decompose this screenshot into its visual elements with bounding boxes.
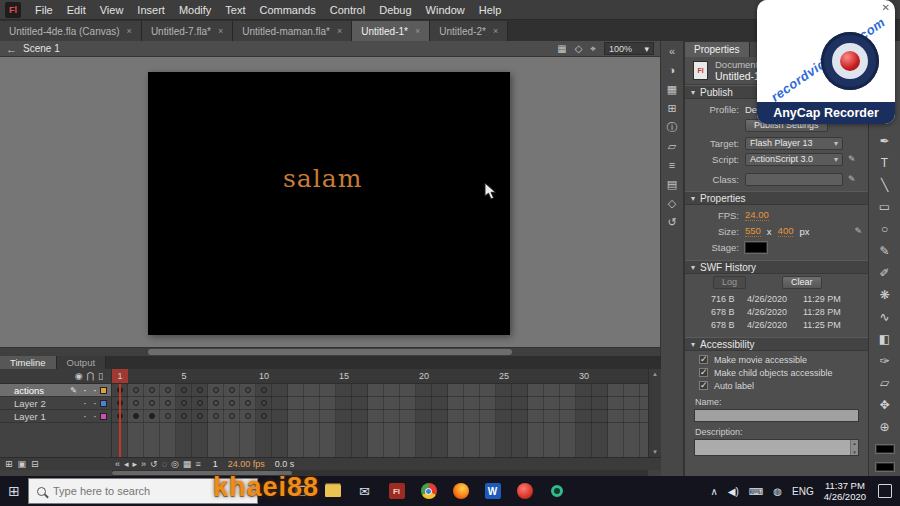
make-movie-accessible-checkbox[interactable]: Make movie accessible xyxy=(685,353,868,366)
timeline-ruler[interactable]: 151015202530 xyxy=(112,369,648,384)
tab-close-icon[interactable]: × xyxy=(415,26,420,36)
tab-close-icon[interactable]: × xyxy=(127,26,132,36)
tab-untitled-maman[interactable]: Untitled-maman.fla* × xyxy=(233,21,352,41)
outline-all-icon[interactable]: ▯ xyxy=(98,371,103,381)
menu-item[interactable]: View xyxy=(93,0,131,20)
timeline-vertical-scrollbar[interactable]: ▴ ▾ xyxy=(648,369,661,457)
swf-history-row[interactable]: 716 B 4/26/2020 11:29 PM xyxy=(685,292,868,305)
keyframe-dot[interactable] xyxy=(229,413,235,419)
scrollbar-thumb[interactable] xyxy=(148,349,512,355)
tab-untitled-4de[interactable]: Untitled-4de.fla (Canvas) × xyxy=(0,21,142,41)
pasteboard[interactable]: salam xyxy=(0,57,660,347)
swf-clear-button[interactable]: Clear xyxy=(782,276,822,289)
timeline-layer-actions[interactable]: actions✎·· xyxy=(0,384,111,397)
scene-breadcrumb[interactable]: Scene 1 xyxy=(23,43,60,54)
stage-width-value[interactable]: 550 xyxy=(745,225,761,237)
swf-log-button[interactable]: Log xyxy=(713,276,746,289)
keyframe-dot[interactable] xyxy=(181,413,187,419)
search-input[interactable] xyxy=(53,485,233,497)
scroll-up-icon[interactable]: ▴ xyxy=(653,370,657,378)
keyframe-dot[interactable] xyxy=(133,413,139,419)
edit-scene-icon[interactable]: ▦ xyxy=(557,43,566,54)
delete-layer-icon[interactable]: ⊟ xyxy=(31,459,39,469)
zoom-tool[interactable]: ⊕ xyxy=(874,420,896,435)
size-settings-icon[interactable]: ✎ xyxy=(854,226,862,236)
transform-panel-icon[interactable]: ▱ xyxy=(663,139,681,153)
layer-outline-color[interactable] xyxy=(100,413,107,420)
timeline-layer-layer-2[interactable]: Layer 2·· xyxy=(0,397,111,410)
tab-untitled-1[interactable]: Untitled-1* × xyxy=(352,21,430,41)
canvas-horizontal-scrollbar[interactable] xyxy=(0,347,660,356)
mail-icon[interactable]: ✉ xyxy=(356,483,373,500)
app-icon[interactable]: Fl xyxy=(5,2,21,18)
keyframe-dot[interactable] xyxy=(165,400,171,406)
keyframe-dot[interactable] xyxy=(149,387,155,393)
align-panel-icon[interactable]: ⊞ xyxy=(663,101,681,115)
center-frame-icon[interactable]: ⌖ xyxy=(590,43,596,55)
swf-history-section-header[interactable]: ▾ SWF History xyxy=(685,260,868,274)
keyframe-dot[interactable] xyxy=(133,387,139,393)
keyframe-dot[interactable] xyxy=(165,413,171,419)
menu-item[interactable]: Modify xyxy=(172,0,218,20)
checkbox[interactable] xyxy=(699,381,708,390)
line-tool[interactable]: ╲ xyxy=(874,178,896,193)
checkbox[interactable] xyxy=(699,355,708,364)
keyframe-dot[interactable] xyxy=(197,387,203,393)
keyframe-dot[interactable] xyxy=(261,413,267,419)
checkbox[interactable] xyxy=(699,368,708,377)
frame-rate[interactable]: 24.00 fps xyxy=(228,459,265,469)
tab-close-icon[interactable]: × xyxy=(337,26,342,36)
keyframe-dot[interactable] xyxy=(181,387,187,393)
word-icon[interactable]: W xyxy=(484,483,501,500)
play-icon[interactable]: ▸ xyxy=(133,459,138,469)
eyedropper-tool[interactable]: ✑ xyxy=(874,354,896,369)
chrome-icon[interactable] xyxy=(420,483,437,500)
layer-visibility-dot[interactable]: · xyxy=(80,385,90,396)
layer-outline-color[interactable] xyxy=(100,400,107,407)
layer-lock-dot[interactable]: · xyxy=(90,398,100,409)
properties-section-header[interactable]: ▾ Properties xyxy=(685,191,868,205)
layer-lock-dot[interactable]: · xyxy=(90,411,100,422)
keyframe-dot[interactable] xyxy=(133,400,139,406)
history-panel-icon[interactable]: ↺ xyxy=(663,215,681,229)
keyframe-dot[interactable] xyxy=(229,387,235,393)
frames-row[interactable] xyxy=(112,410,648,423)
keyframe-dot[interactable] xyxy=(245,387,251,393)
layer-outline-color[interactable] xyxy=(100,387,107,394)
keyframe-dot[interactable] xyxy=(165,387,171,393)
taskbar-clock[interactable]: 11:37 PM 4/26/2020 xyxy=(824,480,866,502)
tab-untitled-2[interactable]: Untitled-2* × xyxy=(430,21,508,41)
bone-tool[interactable]: ∿ xyxy=(874,310,896,325)
layer-lock-dot[interactable]: · xyxy=(90,385,100,396)
pen-tool[interactable]: ✒ xyxy=(874,134,896,149)
keyframe-dot[interactable] xyxy=(245,400,251,406)
menu-item[interactable]: Debug xyxy=(372,0,418,20)
keyframe-dot[interactable] xyxy=(197,413,203,419)
auto-label-checkbox[interactable]: Auto label xyxy=(685,379,868,392)
close-icon[interactable]: ✕ xyxy=(882,2,890,13)
keyframe-dot[interactable] xyxy=(213,387,219,393)
rectangle-tool[interactable]: ▭ xyxy=(874,200,896,215)
menu-item[interactable]: Help xyxy=(472,0,509,20)
script-settings-icon[interactable]: ✎ xyxy=(848,154,856,164)
tab-output[interactable]: Output xyxy=(57,356,107,369)
swatches-panel-icon[interactable]: ▦ xyxy=(663,82,681,96)
language-indicator[interactable]: ENG xyxy=(792,486,814,497)
menu-item[interactable]: Commands xyxy=(252,0,322,20)
document-name[interactable]: Untitled-1 xyxy=(715,70,760,82)
red-app-icon[interactable] xyxy=(516,483,533,500)
keyframe-dot[interactable] xyxy=(213,413,219,419)
back-arrow-icon[interactable]: ← xyxy=(6,43,17,55)
volume-icon[interactable]: ◀) xyxy=(728,486,739,497)
stage-text[interactable]: salam xyxy=(283,164,362,193)
stage[interactable]: salam xyxy=(148,72,510,335)
menu-item[interactable]: Edit xyxy=(60,0,93,20)
network-icon[interactable]: ◍ xyxy=(773,486,782,497)
menu-item[interactable]: Control xyxy=(323,0,372,20)
tab-untitled-7[interactable]: Untitled-7.fla* × xyxy=(142,21,233,41)
keyframe-dot[interactable] xyxy=(261,400,267,406)
swf-history-row[interactable]: 678 B 4/26/2020 11:25 PM xyxy=(685,318,868,331)
touch-keyboard-icon[interactable]: ⌨ xyxy=(749,486,763,497)
show-hide-all-icon[interactable]: ◉ xyxy=(75,371,83,381)
class-edit-icon[interactable]: ✎ xyxy=(848,174,856,184)
